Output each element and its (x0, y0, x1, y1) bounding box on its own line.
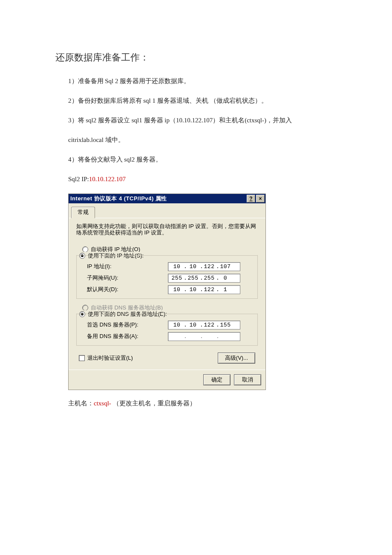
preferred-dns-label: 首选 DNS 服务器(P): (87, 321, 168, 329)
tab-general-label: 常规 (78, 209, 89, 215)
info-text: 如果网络支持此功能，则可以获取自动指派的 IP 设置。否则，您需要从网络系统管理… (76, 223, 258, 236)
radio-dns-manual-label: 使用下面的 DNS 服务器地址(E): (88, 310, 167, 318)
ipv4-properties-dialog: Internet 协议版本 4 (TCP/IPv4) 属性 ? × 常规 如果网… (68, 194, 266, 390)
step-1: 1）准备备用 Sql 2 服务器用于还原数据库。 (68, 76, 337, 86)
radio-ip-manual-label: 使用下面的 IP 地址(S): (88, 252, 144, 260)
field-preferred-dns: 首选 DNS 服务器(P): 10. 10. 122. 155 (87, 321, 255, 330)
hostname-label: 主机名： (68, 400, 94, 407)
close-button[interactable]: × (256, 195, 265, 202)
alternate-dns-input[interactable]: . . . (168, 332, 240, 341)
dialog-button-row: 确定 取消 (69, 370, 265, 390)
radio-dns-manual[interactable]: 使用下面的 DNS 服务器地址(E): (79, 310, 170, 318)
hostname-line: 主机名：ctxsql- （更改主机名，重启服务器） (68, 399, 337, 408)
subnet-mask-input[interactable]: 255. 255. 255. 0 (168, 274, 240, 283)
sql2-ip-label: Sql2 IP: (68, 176, 89, 182)
radio-ip-manual[interactable]: 使用下面的 IP 地址(S): (79, 252, 146, 260)
field-ip-address: IP 地址(I): 10. 10. 122. 107 (87, 262, 255, 271)
sql2-ip-line: Sql2 IP:10.10.122.107 (68, 174, 337, 184)
step-4: 4）将备份文献导入 sql2 服务器。 (68, 154, 337, 165)
checkbox-icon (79, 355, 85, 361)
radio-icon (82, 305, 88, 311)
hostname-tail: （更改主机名，重启服务器） (113, 400, 196, 407)
cancel-button[interactable]: 取消 (234, 374, 261, 385)
ok-button[interactable]: 确定 (203, 374, 231, 385)
advanced-button[interactable]: 高级(V)... (218, 353, 255, 364)
field-subnet-mask: 子网掩码(U): 255. 255. 255. 0 (87, 274, 255, 283)
ip-group: 使用下面的 IP 地址(S): IP 地址(I): 10. 10. 122. 1… (76, 255, 258, 299)
step-3b: citrixlab.local 域中。 (68, 135, 337, 145)
step-2: 2）备份好数据库后将原有 sql 1 服务器退域、关机 （做成宕机状态）。 (68, 95, 337, 106)
subnet-mask-label: 子网掩码(U): (87, 274, 168, 282)
default-gateway-input[interactable]: 10. 10. 122. 1 (168, 285, 240, 294)
dialog-title: Internet 协议版本 4 (TCP/IPv4) 属性 (70, 195, 246, 202)
hostname-value: ctxsql- (94, 400, 113, 407)
exit-validate-checkbox[interactable]: 退出时验证设置(L) (79, 354, 133, 362)
radio-icon (79, 253, 85, 259)
tab-general[interactable]: 常规 (71, 207, 95, 218)
radio-icon (82, 246, 88, 252)
field-alternate-dns: 备用 DNS 服务器(A): . . . (87, 332, 255, 341)
help-button[interactable]: ? (247, 195, 255, 202)
document-page: 还原数据库准备工作： 1）准备备用 Sql 2 服务器用于还原数据库。 2）备份… (0, 0, 392, 433)
section-title: 还原数据库准备工作： (55, 51, 337, 64)
dialog-titlebar: Internet 协议版本 4 (TCP/IPv4) 属性 ? × (69, 194, 265, 203)
field-default-gateway: 默认网关(D): 10. 10. 122. 1 (87, 285, 255, 294)
close-icon: × (259, 196, 262, 202)
advanced-row: 退出时验证设置(L) 高级(V)... (79, 353, 255, 364)
ip-address-input[interactable]: 10. 10. 122. 107 (168, 262, 240, 271)
preferred-dns-input[interactable]: 10. 10. 122. 155 (168, 321, 240, 330)
advanced-button-label: 高级(V)... (225, 355, 248, 361)
ok-button-label: 确定 (211, 376, 222, 383)
step-3a: 3）将 sql2 服务器设立 sql1 服务器 ip（10.10.122.107… (68, 115, 337, 125)
dialog-body: 如果网络支持此功能，则可以获取自动指派的 IP 设置。否则，您需要从网络系统管理… (69, 218, 265, 370)
ip-address-label: IP 地址(I): (87, 263, 168, 270)
sql2-ip-value: 10.10.122.107 (89, 176, 126, 182)
tab-strip: 常规 (69, 203, 265, 218)
default-gateway-label: 默认网关(D): (87, 286, 168, 293)
cancel-button-label: 取消 (242, 376, 253, 383)
radio-icon (79, 311, 85, 317)
dns-group: 使用下面的 DNS 服务器地址(E): 首选 DNS 服务器(P): 10. 1… (76, 313, 258, 346)
exit-validate-label: 退出时验证设置(L) (87, 354, 133, 362)
help-icon: ? (249, 196, 252, 202)
alternate-dns-label: 备用 DNS 服务器(A): (87, 332, 168, 340)
